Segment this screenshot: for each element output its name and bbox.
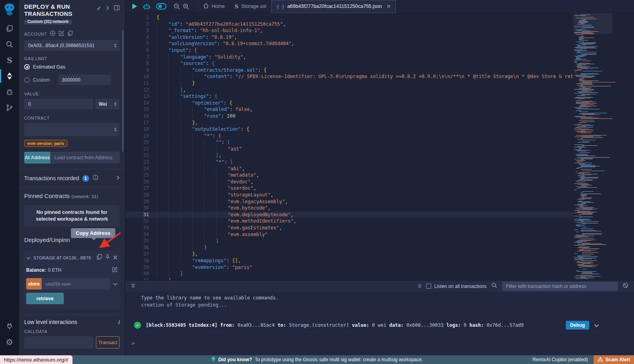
code-editor[interactable]: 1{2 "id": "a69b43f277ba20fcac141151250ca…: [125, 13, 573, 280]
chevron-down-icon[interactable]: [26, 254, 31, 261]
code-line[interactable]: 37 },: [125, 251, 573, 257]
code-line[interactable]: 26 "devdoc",: [125, 179, 573, 185]
code-line[interactable]: 12 },: [125, 87, 573, 93]
custom-gas-radio[interactable]: [24, 77, 30, 83]
retrieve-button[interactable]: retrieve: [26, 293, 64, 304]
code-line[interactable]: 21 "ast": [125, 146, 573, 152]
chevron-right-icon[interactable]: [116, 175, 120, 182]
debugger-icon[interactable]: [0, 84, 19, 100]
edit-balance-icon[interactable]: [112, 267, 118, 273]
code-line[interactable]: 31 "evm.deployedBytecode",: [125, 212, 573, 218]
code-line[interactable]: 40 }: [125, 271, 573, 277]
code-line[interactable]: 5 "solcLongVersion": "0.8.19+commit.7dd6…: [125, 40, 573, 47]
remixai-robot-icon[interactable]: [143, 3, 151, 10]
search-icon[interactable]: [0, 36, 19, 52]
code-line[interactable]: 6 "input": {: [125, 47, 573, 54]
code-line[interactable]: 1{: [125, 14, 573, 21]
value-unit-select[interactable]: Wei: [95, 99, 120, 109]
code-line[interactable]: 29 "evm.legacyAssembly",: [125, 198, 573, 205]
zoom-in-icon[interactable]: [183, 3, 189, 10]
add-account-icon[interactable]: [50, 30, 55, 38]
custom-gas-input[interactable]: [58, 74, 111, 85]
tab-storage-sol[interactable]: S Storage.sol: [230, 0, 271, 13]
solidity-compiler-icon[interactable]: S: [0, 52, 19, 68]
copy-address-icon[interactable]: [96, 254, 102, 261]
expand-store-icon[interactable]: [113, 280, 118, 288]
edit-account-icon[interactable]: [59, 30, 64, 38]
transaction-log-row[interactable]: ✓ [block:5583405 txIndex:4] from: 0xa03.…: [125, 318, 634, 332]
code-line[interactable]: 25 "metadata",: [125, 172, 573, 179]
code-line[interactable]: 4 "solcVersion": "0.8.19",: [125, 34, 573, 41]
code-line[interactable]: 38 "remappings": [],: [125, 257, 573, 264]
code-line[interactable]: 16 "runs": 200: [125, 113, 573, 120]
pin-panel-icon[interactable]: [114, 5, 120, 12]
account-stepper[interactable]: [113, 44, 117, 48]
code-line[interactable]: 14 "optimizer": {: [125, 100, 573, 107]
code-line[interactable]: 11 }: [125, 80, 573, 87]
code-line[interactable]: 36 }: [125, 244, 573, 251]
tab-json-active[interactable]: { } a69b43f277ba20fcac141151250ca755.jso…: [271, 0, 396, 13]
copilot-status[interactable]: RemixAI Copilot (enabled): [533, 357, 588, 362]
store-arg-input[interactable]: [42, 278, 111, 290]
calldata-input[interactable]: [24, 336, 94, 349]
code-line[interactable]: 28 "storageLayout",: [125, 192, 573, 198]
code-line[interactable]: 10 "content": "// SPDX-License-Identifie…: [125, 73, 573, 80]
code-line[interactable]: 24 "abi",: [125, 166, 573, 172]
debug-button[interactable]: Debug: [566, 321, 589, 330]
filter-transactions-input[interactable]: [502, 282, 618, 291]
code-line[interactable]: 18 "outputSelection": {: [125, 126, 573, 133]
code-line[interactable]: 39 "evmVersion": "paris": [125, 264, 573, 271]
estimated-gas-radio[interactable]: [24, 64, 30, 70]
info-icon[interactable]: i: [118, 319, 120, 325]
code-line[interactable]: 13 "settings": {: [125, 93, 573, 100]
copilot-toggle-icon[interactable]: [156, 3, 166, 10]
tab-home[interactable]: Home: [198, 0, 230, 13]
settings-gear-icon[interactable]: ⚙: [0, 334, 19, 350]
listen-checkbox[interactable]: [426, 284, 431, 289]
code-line[interactable]: 35 ]: [125, 238, 573, 244]
account-select[interactable]: 0xA03...85ac4 (0.39866531531: [24, 40, 120, 51]
code-line[interactable]: 20 "": [: [125, 139, 573, 146]
code-line[interactable]: 19 "*": {: [125, 133, 573, 139]
code-line[interactable]: 15 "enabled": false,: [125, 106, 573, 113]
contract-select[interactable]: [24, 123, 120, 136]
code-line[interactable]: 8 "sources": {: [125, 60, 573, 67]
transact-button[interactable]: Transact: [96, 336, 120, 349]
code-line[interactable]: 7 "language": "Solidity",: [125, 54, 573, 61]
code-line[interactable]: 3 "_format": "hh-sol-build-info-1",: [125, 27, 573, 34]
minimap[interactable]: [573, 13, 612, 280]
plugin-manager-icon[interactable]: [0, 318, 19, 334]
zoom-out-icon[interactable]: [174, 3, 180, 10]
code-line[interactable]: 33 "evm.gasEstimates",: [125, 225, 573, 231]
code-line[interactable]: 30 "evm.bytecode",: [125, 205, 573, 212]
file-explorer-icon[interactable]: [0, 21, 19, 36]
deploy-run-icon[interactable]: [0, 68, 19, 84]
at-address-button[interactable]: At Address: [24, 152, 50, 164]
git-icon[interactable]: [0, 100, 19, 116]
pin-contract-icon[interactable]: [105, 254, 110, 261]
panel-scrollbar[interactable]: [122, 30, 124, 152]
copy-account-icon[interactable]: [67, 30, 73, 38]
value-input[interactable]: [24, 99, 94, 109]
close-contract-icon[interactable]: [113, 254, 118, 261]
load-contract-input[interactable]: [50, 152, 120, 164]
expand-log-icon[interactable]: [594, 322, 599, 329]
code-line[interactable]: 34 "evm.assembly": [125, 231, 573, 238]
chevron-right-icon[interactable]: [106, 5, 109, 12]
info-icon[interactable]: [93, 175, 98, 182]
scam-alert-button[interactable]: Scam Alert: [594, 355, 634, 364]
code-line[interactable]: 23 "*": [: [125, 159, 573, 166]
store-button[interactable]: store: [26, 278, 42, 290]
code-line[interactable]: 32 "evm.methodIdentifiers",: [125, 218, 573, 225]
code-line[interactable]: 27 "userdoc",: [125, 185, 573, 192]
remix-logo-icon[interactable]: [2, 2, 17, 17]
collapse-terminal-icon[interactable]: [131, 283, 136, 290]
code-line[interactable]: 2 "id": "a69b43f277ba20fcac141151250ca75…: [125, 21, 573, 28]
transactions-recorded-row[interactable]: Transactions recorded 1: [24, 170, 120, 187]
terminal-search-icon[interactable]: [491, 282, 497, 290]
code-line[interactable]: 22 ],: [125, 152, 573, 159]
code-line[interactable]: 41 },: [125, 277, 573, 280]
code-line[interactable]: 17 },: [125, 120, 573, 126]
code-line[interactable]: 9 "contracts/Storage.sol": {: [125, 67, 573, 74]
close-tab-icon[interactable]: ✕: [386, 3, 391, 10]
